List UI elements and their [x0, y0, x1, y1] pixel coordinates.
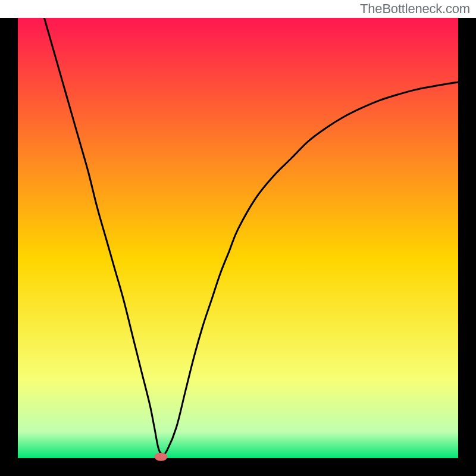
watermark-text: TheBottleneck.com	[360, 1, 470, 17]
watermark-bar: TheBottleneck.com	[0, 0, 476, 18]
plot-area	[18, 18, 458, 458]
optimum-marker	[155, 453, 168, 461]
bottleneck-chart	[0, 18, 476, 476]
